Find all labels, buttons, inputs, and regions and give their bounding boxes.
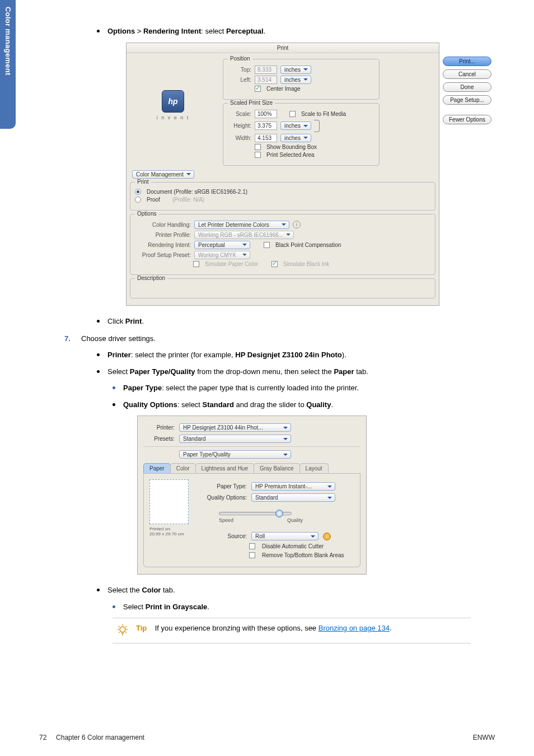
color-handling-label: Color Handling: bbox=[135, 222, 191, 228]
width-unit-select[interactable]: inches bbox=[280, 134, 311, 142]
top-unit-select[interactable]: inches bbox=[280, 66, 311, 74]
bullet-dot-icon bbox=[97, 353, 100, 356]
top-field[interactable]: 8.333 bbox=[255, 66, 277, 74]
pd-presets-label: Presets: bbox=[143, 436, 175, 442]
paper-type-bold: Paper Type bbox=[123, 384, 162, 392]
click-print-period: . bbox=[142, 317, 144, 325]
color-handling-select[interactable]: Let Printer Determine Colors bbox=[194, 221, 289, 229]
document-radio[interactable] bbox=[135, 189, 141, 195]
qo-c: Standard bbox=[203, 400, 234, 409]
printer-rest: : select the printer (for example, bbox=[131, 351, 235, 359]
qo-e: Quality bbox=[306, 400, 331, 409]
sidebar-chapter-label: Color management bbox=[4, 7, 12, 76]
disable-auto-cutter-label: Disable Automatic Cutter bbox=[262, 543, 324, 549]
panel-select[interactable]: Color Management bbox=[132, 170, 194, 179]
printed-on-label: Printed on: bbox=[149, 526, 189, 531]
tip-link[interactable]: Bronzing on page 134 bbox=[318, 624, 390, 632]
pd-quality-options-label: Quality Options: bbox=[196, 494, 247, 501]
rendering-intent-select[interactable]: Perceptual bbox=[194, 241, 250, 249]
tab-paper[interactable]: Paper bbox=[143, 463, 171, 473]
ptq-b: Paper Type/Quality bbox=[130, 367, 195, 376]
scaled-print-group: Scaled Print Size Scale: 100% Scale to F… bbox=[223, 103, 380, 166]
tab-layout[interactable]: Layout bbox=[299, 463, 329, 473]
hp-logo-icon: hp bbox=[162, 90, 184, 113]
link-dimensions-icon[interactable] bbox=[314, 120, 320, 132]
step-7-number: 7. bbox=[64, 334, 76, 343]
footer-page-number: 72 bbox=[39, 734, 46, 741]
bullet-quality-options: Quality Options: select Standard and dra… bbox=[113, 399, 507, 410]
proof-setup-preset-label: Proof Setup Preset: bbox=[135, 252, 191, 258]
scale-to-fit-checkbox[interactable] bbox=[289, 111, 296, 117]
tip-period: . bbox=[390, 624, 392, 632]
svg-line-8 bbox=[126, 632, 127, 633]
width-label: Width: bbox=[228, 135, 251, 141]
left-label: Left: bbox=[228, 77, 251, 83]
description-legend: Description bbox=[135, 275, 167, 281]
print-selected-area-checkbox[interactable] bbox=[255, 152, 261, 158]
cancel-button[interactable]: Cancel bbox=[443, 69, 491, 79]
pd-paper-type-select[interactable]: HP Premium Instant-... bbox=[251, 482, 335, 491]
proof-profile-text: (Profile: N/A) bbox=[172, 197, 204, 203]
info-icon[interactable]: i bbox=[293, 221, 301, 228]
bullet-dot-icon bbox=[113, 386, 115, 389]
sel-gray-c: . bbox=[207, 603, 209, 611]
bullet-dot-icon bbox=[97, 370, 100, 373]
width-field[interactable]: 4.153 bbox=[255, 134, 277, 142]
done-button[interactable]: Done bbox=[443, 82, 491, 92]
simulate-paper-color-checkbox[interactable] bbox=[193, 261, 199, 267]
print-button[interactable]: Print... bbox=[443, 57, 491, 66]
proof-setup-preset-select[interactable]: Working CMYK bbox=[194, 251, 250, 259]
pd-quality-options-select[interactable]: Standard bbox=[251, 493, 335, 502]
tab-lightness-hue[interactable]: Lightness and Hue bbox=[195, 463, 254, 473]
print-legend: Print bbox=[135, 179, 151, 185]
bullet-dot-icon bbox=[113, 605, 115, 608]
svg-line-7 bbox=[119, 632, 120, 633]
remove-blank-areas-checkbox[interactable] bbox=[249, 552, 255, 558]
step-7-text: Choose driver settings. bbox=[81, 334, 156, 343]
position-group: Position Top: 8.333 inches Left: 3.514 i… bbox=[223, 59, 380, 100]
left-field[interactable]: 3.514 bbox=[255, 76, 277, 84]
height-field[interactable]: 3.375 bbox=[255, 122, 277, 130]
pd-source-label: Source: bbox=[196, 533, 247, 539]
disable-auto-cutter-checkbox[interactable] bbox=[249, 543, 255, 549]
printer-profile-label: Printer Profile: bbox=[135, 232, 191, 238]
pd-source-select[interactable]: Roll bbox=[251, 532, 318, 540]
svg-point-0 bbox=[120, 627, 125, 632]
left-unit-select[interactable]: inches bbox=[280, 76, 311, 84]
print-dialog-title: Print bbox=[127, 43, 439, 53]
pd-printer-label: Printer: bbox=[143, 424, 175, 431]
pd-presets-select[interactable]: Standard bbox=[179, 435, 291, 443]
show-bounding-box-checkbox[interactable] bbox=[255, 144, 261, 150]
scale-field[interactable]: 100% bbox=[255, 110, 277, 118]
bullet-click-print: Click Print. bbox=[97, 316, 507, 327]
tip-text: If you experience bronzing with these op… bbox=[155, 624, 318, 632]
black-point-comp-checkbox[interactable] bbox=[264, 242, 270, 248]
simulate-black-ink-label: Simulate Black Ink bbox=[283, 261, 329, 267]
quality-slider[interactable] bbox=[219, 512, 292, 515]
page-setup-button[interactable]: Page Setup... bbox=[443, 95, 491, 105]
tab-gray-balance[interactable]: Gray Balance bbox=[254, 463, 300, 473]
sidebar-chapter-tab: Color management bbox=[0, 0, 16, 129]
footer-right: ENWW bbox=[473, 734, 495, 741]
pd-printer-select[interactable]: HP Designjet Z3100 44in Phot... bbox=[179, 423, 291, 432]
slider-quality-label: Quality bbox=[287, 517, 303, 523]
simulate-black-ink-checkbox[interactable] bbox=[271, 261, 278, 267]
center-image-checkbox[interactable] bbox=[255, 86, 261, 92]
height-unit-select[interactable]: inches bbox=[280, 122, 311, 130]
text-options: Options bbox=[107, 27, 135, 35]
ptq-c: from the drop-down menu, then select the bbox=[195, 367, 334, 376]
height-label: Height: bbox=[228, 123, 251, 129]
bullet-dot-icon bbox=[113, 403, 115, 406]
pd-section-select[interactable]: Paper Type/Quality bbox=[179, 450, 291, 459]
slider-thumb-icon[interactable] bbox=[275, 510, 283, 517]
printed-on-dim: 20.99 x 29.70 cm bbox=[149, 531, 189, 536]
printer-profile-select[interactable]: Working RGB - sRGB IEC61966... bbox=[194, 231, 294, 239]
pd-tabs: Paper Color Lightness and Hue Gray Balan… bbox=[143, 463, 360, 474]
fewer-options-button[interactable]: Fewer Options bbox=[443, 115, 491, 124]
pd-page-preview bbox=[149, 479, 189, 524]
sel-color-b: Color bbox=[142, 586, 161, 594]
tab-color[interactable]: Color bbox=[170, 463, 196, 473]
proof-radio[interactable] bbox=[135, 197, 141, 203]
text-period: . bbox=[264, 27, 266, 35]
position-legend: Position bbox=[228, 55, 252, 62]
